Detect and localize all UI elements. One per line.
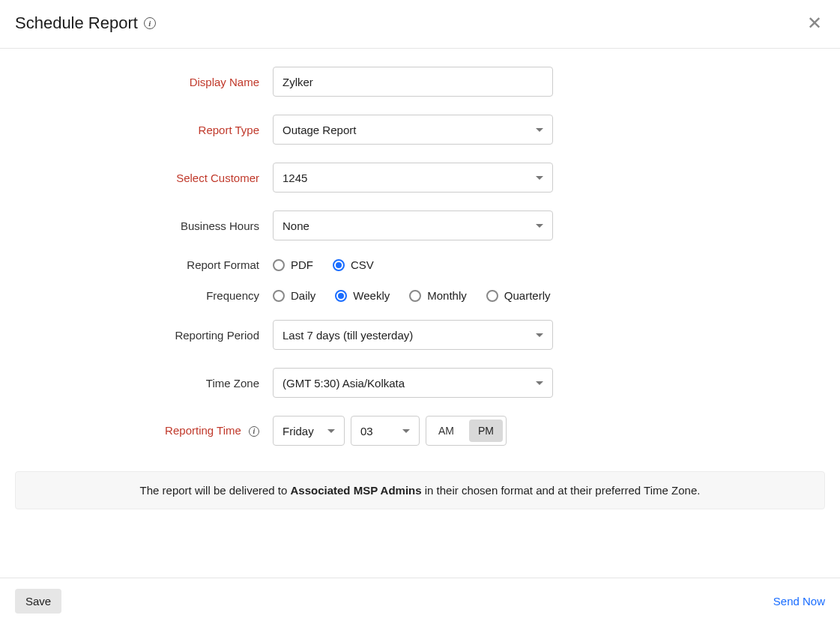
- radio-circle-icon: [273, 290, 285, 302]
- radio-weekly[interactable]: Weekly: [335, 289, 390, 302]
- reporting-time-hour-value: 03: [360, 425, 373, 437]
- caret-down-icon: [402, 429, 410, 433]
- form-body: Display Name Report Type Outage Report S…: [0, 49, 840, 471]
- delivery-note: The report will be delivered to Associat…: [15, 471, 825, 509]
- row-reporting-period: Reporting Period Last 7 days (till yeste…: [15, 320, 825, 350]
- radio-csv-label: CSV: [351, 258, 374, 271]
- save-button[interactable]: Save: [15, 589, 61, 614]
- radio-quarterly-label: Quarterly: [504, 289, 551, 302]
- radio-monthly[interactable]: Monthly: [409, 289, 467, 302]
- caret-down-icon: [536, 333, 543, 337]
- radio-pdf[interactable]: PDF: [273, 258, 313, 271]
- time-zone-value: (GMT 5:30) Asia/Kolkata: [282, 377, 405, 390]
- reporting-time-label-text: Reporting Time: [165, 424, 241, 437]
- reporting-period-label: Reporting Period: [15, 329, 273, 342]
- caret-down-icon: [536, 381, 543, 385]
- dialog-header: Schedule Report i ✕: [0, 0, 840, 49]
- row-report-format: Report Format PDF CSV: [15, 258, 825, 271]
- row-business-hours: Business Hours None: [15, 210, 825, 240]
- frequency-radio-group: Daily Weekly Monthly Quarterly: [273, 289, 550, 302]
- reporting-time-day-value: Friday: [282, 425, 314, 437]
- row-reporting-time: Reporting Time i Friday 03 AM PM: [15, 416, 825, 446]
- caret-down-icon: [536, 224, 543, 228]
- reporting-period-select[interactable]: Last 7 days (till yesterday): [273, 320, 553, 350]
- reporting-time-hour-select[interactable]: 03: [351, 416, 420, 446]
- frequency-label: Frequency: [15, 289, 273, 302]
- delivery-note-suffix: in their chosen format and at their pref…: [422, 484, 701, 497]
- caret-down-icon: [536, 128, 543, 132]
- reporting-time-day-select[interactable]: Friday: [273, 416, 345, 446]
- radio-circle-icon: [409, 290, 421, 302]
- page-title: Schedule Report: [15, 13, 138, 33]
- caret-down-icon: [327, 429, 335, 433]
- info-icon[interactable]: i: [144, 17, 156, 29]
- time-zone-label: Time Zone: [15, 377, 273, 390]
- report-type-label: Report Type: [15, 124, 273, 136]
- select-customer-label: Select Customer: [15, 172, 273, 184]
- reporting-time-label: Reporting Time i: [15, 424, 273, 437]
- radio-daily-label: Daily: [291, 289, 315, 302]
- close-icon[interactable]: ✕: [804, 14, 825, 32]
- report-type-select[interactable]: Outage Report: [273, 115, 553, 145]
- display-name-label: Display Name: [15, 76, 273, 88]
- report-format-label: Report Format: [15, 258, 273, 271]
- report-type-value: Outage Report: [282, 124, 356, 136]
- report-format-radio-group: PDF CSV: [273, 258, 374, 271]
- ampm-am[interactable]: AM: [429, 419, 463, 442]
- radio-weekly-label: Weekly: [353, 289, 390, 302]
- radio-circle-icon: [273, 259, 285, 271]
- radio-csv[interactable]: CSV: [333, 258, 374, 271]
- row-display-name: Display Name: [15, 67, 825, 97]
- row-select-customer: Select Customer 1245: [15, 163, 825, 193]
- reporting-period-value: Last 7 days (till yesterday): [282, 329, 413, 342]
- business-hours-label: Business Hours: [15, 219, 273, 232]
- radio-circle-checked-icon: [335, 290, 347, 302]
- caret-down-icon: [536, 176, 543, 180]
- ampm-toggle: AM PM: [426, 416, 507, 446]
- radio-monthly-label: Monthly: [427, 289, 467, 302]
- delivery-note-bold: Associated MSP Admins: [291, 484, 422, 497]
- send-now-link[interactable]: Send Now: [773, 595, 825, 608]
- select-customer-value: 1245: [282, 172, 307, 184]
- business-hours-value: None: [282, 219, 309, 232]
- info-icon[interactable]: i: [249, 426, 259, 437]
- display-name-input[interactable]: [273, 67, 553, 97]
- ampm-pm[interactable]: PM: [469, 419, 503, 442]
- time-zone-select[interactable]: (GMT 5:30) Asia/Kolkata: [273, 368, 553, 398]
- radio-circle-icon: [486, 290, 498, 302]
- delivery-note-prefix: The report will be delivered to: [140, 484, 291, 497]
- dialog-title-wrap: Schedule Report i: [15, 13, 156, 33]
- select-customer-select[interactable]: 1245: [273, 163, 553, 193]
- radio-circle-checked-icon: [333, 259, 345, 271]
- business-hours-select[interactable]: None: [273, 210, 553, 240]
- row-frequency: Frequency Daily Weekly Monthly Quarterly: [15, 289, 825, 302]
- row-report-type: Report Type Outage Report: [15, 115, 825, 145]
- dialog-footer: Save Send Now: [0, 578, 840, 624]
- row-time-zone: Time Zone (GMT 5:30) Asia/Kolkata: [15, 368, 825, 398]
- radio-pdf-label: PDF: [291, 258, 313, 271]
- radio-daily[interactable]: Daily: [273, 289, 315, 302]
- radio-quarterly[interactable]: Quarterly: [486, 289, 551, 302]
